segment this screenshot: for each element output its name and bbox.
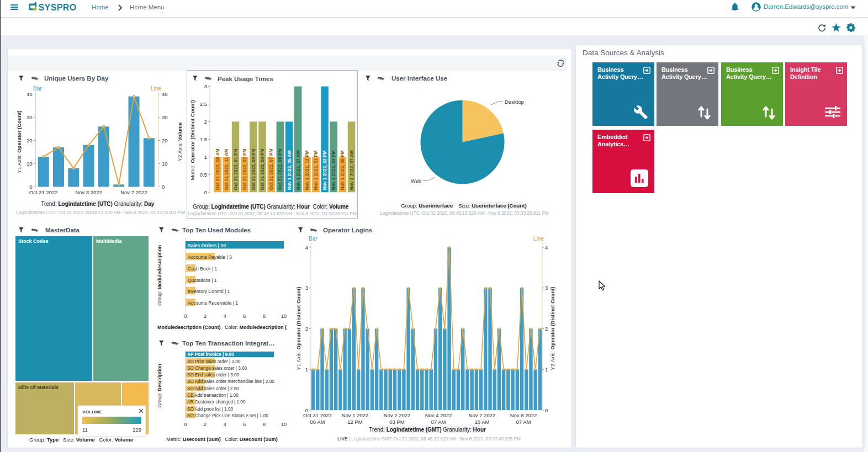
svg-text:Nov 1 2022, 12 PM: Nov 1 2022, 12 PM xyxy=(304,150,310,190)
svg-text:Nov 1 2022, 08 PM: Nov 1 2022, 08 PM xyxy=(340,150,345,190)
svg-text:03 PM: 03 PM xyxy=(389,419,405,425)
svg-text:30: 30 xyxy=(162,114,168,120)
svg-text:Logindatetime UTC: Oct 31 2022: Logindatetime UTC: Oct 31 2022, 08:46:13… xyxy=(16,210,185,215)
svg-text:Quotations | 1: Quotations | 1 xyxy=(188,278,217,283)
svg-text:1.5: 1.5 xyxy=(200,136,207,142)
svg-text:Size: Userinterface (Count): Size: Userinterface (Count) xyxy=(458,203,526,209)
svg-text:Oct 31 2022, 04 PM: Oct 31 2022, 04 PM xyxy=(260,148,265,190)
svg-text:10: 10 xyxy=(162,161,168,167)
svg-text:0: 0 xyxy=(204,189,207,195)
svg-text:Top Ten Used Modules: Top Ten Used Modules xyxy=(182,227,251,233)
svg-text:Color: Volume: Color: Volume xyxy=(313,204,349,210)
svg-text:Accounts Payable | 3: Accounts Payable | 3 xyxy=(188,254,232,260)
svg-text:4: 4 xyxy=(305,244,308,251)
svg-text:Nov 1 2022, 07 AM: Nov 1 2022, 07 AM xyxy=(295,150,301,190)
svg-text:07 AM: 07 AM xyxy=(431,419,446,425)
svg-text:4: 4 xyxy=(224,313,226,319)
svg-text:Group: Type Size: Volume C: Group: Type Size: Volume Color: Volume xyxy=(29,437,133,443)
svg-text:Top Ten Transaction Integrat…: Top Ten Transaction Integrat… xyxy=(182,340,275,347)
svg-text:4: 4 xyxy=(224,422,226,427)
svg-text:SYSPRO: SYSPRO xyxy=(39,3,77,12)
svg-text:0: 0 xyxy=(162,184,165,190)
svg-text:2.5: 2.5 xyxy=(200,101,207,107)
svg-text:40: 40 xyxy=(162,91,168,97)
svg-text:8: 8 xyxy=(263,313,266,319)
svg-text:Granularity: Hour: Granularity: Hour xyxy=(443,427,486,433)
svg-text:Moduledescription (Count) Co: Moduledescription (Count) Color: Moduled… xyxy=(157,325,287,330)
svg-text:Cash Book | 1: Cash Book | 1 xyxy=(188,266,218,272)
svg-text:6: 6 xyxy=(243,422,246,427)
svg-text:Oct 31 2022, 01 PM: Oct 31 2022, 01 PM xyxy=(233,148,239,190)
svg-text:Oct 31 2022, 03 PM: Oct 31 2022, 03 PM xyxy=(251,148,256,190)
svg-text:10 AM: 10 AM xyxy=(475,419,490,425)
svg-text:Oct 31 2022, 08 AM: Oct 31 2022, 08 AM xyxy=(215,148,220,190)
svg-text:VOLUME: VOLUME xyxy=(82,410,102,414)
svg-text:AP Post invoice | 9.00: AP Post invoice | 9.00 xyxy=(187,352,234,357)
svg-text:Trend: Logindatetime (GMT): Trend: Logindatetime (GMT) xyxy=(369,427,441,433)
svg-text:3: 3 xyxy=(545,285,548,291)
svg-text:Oct 31 2022, 09 PM: Oct 31 2022, 09 PM xyxy=(277,148,283,190)
svg-text:Nov 1 2022, 02 PM: Nov 1 2022, 02 PM xyxy=(322,150,327,190)
svg-text:Operator Logins: Operator Logins xyxy=(323,227,372,233)
svg-text:User Interface Use: User Interface Use xyxy=(391,75,447,82)
svg-text:Metric: Operator (Distinct Cou: Metric: Operator (Distinct Count) xyxy=(189,100,195,180)
svg-text:Nov 1 2022: Nov 1 2022 xyxy=(342,412,369,418)
svg-text:Nov 7 2022: Nov 7 2022 xyxy=(120,189,147,195)
svg-text:12 PM: 12 PM xyxy=(347,419,363,425)
svg-text:Nov 1 2022, 01 PM: Nov 1 2022, 01 PM xyxy=(313,150,319,190)
svg-text:1: 1 xyxy=(204,154,207,160)
svg-text:Bar: Bar xyxy=(309,236,317,242)
svg-text:3: 3 xyxy=(204,83,207,89)
svg-text:Stock Codes: Stock Codes xyxy=(18,238,49,244)
svg-text:Logindatetime UTC: Oct 31 2022: Logindatetime UTC: Oct 31 2022, 08:46:13… xyxy=(188,211,357,216)
svg-text:0: 0 xyxy=(184,422,187,427)
svg-text:Group: Moduledescription: Group: Moduledescription xyxy=(157,245,162,306)
svg-text:Oct 31 2022: Oct 31 2022 xyxy=(303,412,332,418)
svg-text:Logindatetime UTC: Oct 31 2022: Logindatetime UTC: Oct 31 2022, 08:46:13… xyxy=(380,210,549,216)
svg-text:Nov 7 2022: Nov 7 2022 xyxy=(469,412,496,418)
svg-text:MasterData: MasterData xyxy=(45,227,80,233)
svg-text:Bills Of Materials: Bills Of Materials xyxy=(18,385,59,390)
svg-text:20: 20 xyxy=(27,137,33,143)
svg-text:1: 1 xyxy=(305,366,308,373)
svg-text:40: 40 xyxy=(27,91,33,97)
svg-text:2: 2 xyxy=(305,326,308,332)
svg-text:SO Change sales order | 3.00: SO Change sales order | 3.00 xyxy=(187,366,247,371)
svg-text:Web: Web xyxy=(411,178,421,184)
svg-text:SO End sales order | 3.00: SO End sales order | 3.00 xyxy=(187,373,240,377)
svg-text:07 AM: 07 AM xyxy=(516,419,531,425)
svg-text:2: 2 xyxy=(204,422,207,427)
svg-text:Oct 31 2022, 02 PM: Oct 31 2022, 02 PM xyxy=(242,148,247,190)
svg-text:0: 0 xyxy=(545,407,548,413)
svg-text:Nov 1 2022, 03 PM: Nov 1 2022, 03 PM xyxy=(331,150,336,190)
svg-text:Oct 31 2022, 07 PM: Oct 31 2022, 07 PM xyxy=(268,148,274,190)
svg-text:Bar: Bar xyxy=(33,86,42,92)
svg-text:Metric: Usecount (Sum) Color: Metric: Usecount (Sum) Color: Usecount (… xyxy=(166,437,278,442)
svg-text:Line: Line xyxy=(151,86,161,92)
svg-text:Nov 8 2022: Nov 8 2022 xyxy=(510,412,537,418)
svg-text:10: 10 xyxy=(281,313,287,319)
svg-text:Group: Logindatetime (UTC): Group: Logindatetime (UTC) xyxy=(193,204,266,210)
svg-text:2: 2 xyxy=(204,313,207,319)
svg-text:Peak Usage Times: Peak Usage Times xyxy=(218,76,273,82)
svg-text:Nov 2 2022: Nov 2 2022 xyxy=(384,412,411,418)
svg-text:30: 30 xyxy=(27,114,33,120)
svg-text:229: 229 xyxy=(133,427,141,433)
svg-text:1: 1 xyxy=(545,366,548,373)
svg-text:10: 10 xyxy=(27,161,33,167)
svg-text:3: 3 xyxy=(305,285,308,291)
svg-text:4: 4 xyxy=(545,244,548,251)
svg-text:LIVE | Logindatetime GMT: Oct: LIVE | Logindatetime GMT: Oct 31 2022, 0… xyxy=(337,436,521,442)
svg-text:Group: Description: Group: Description xyxy=(157,364,162,408)
svg-text:2: 2 xyxy=(545,326,548,332)
svg-text:11: 11 xyxy=(82,427,88,433)
svg-text:SO Add price list | 1.00: SO Add price list | 1.00 xyxy=(187,407,234,412)
svg-text:Granularity: Day: Granularity: Day xyxy=(114,201,155,207)
svg-text:Desktop: Desktop xyxy=(505,99,524,105)
svg-text:Trend: Logindatetime (UTC): Trend: Logindatetime (UTC) xyxy=(41,201,113,207)
svg-text:Inventory Control | 1: Inventory Control | 1 xyxy=(188,289,230,294)
svg-text:Nov 2 2022, 07 AM: Nov 2 2022, 07 AM xyxy=(349,150,354,190)
svg-text:6: 6 xyxy=(243,313,246,319)
svg-text:20: 20 xyxy=(162,137,168,143)
svg-text:08 AM: 08 AM xyxy=(310,419,325,425)
